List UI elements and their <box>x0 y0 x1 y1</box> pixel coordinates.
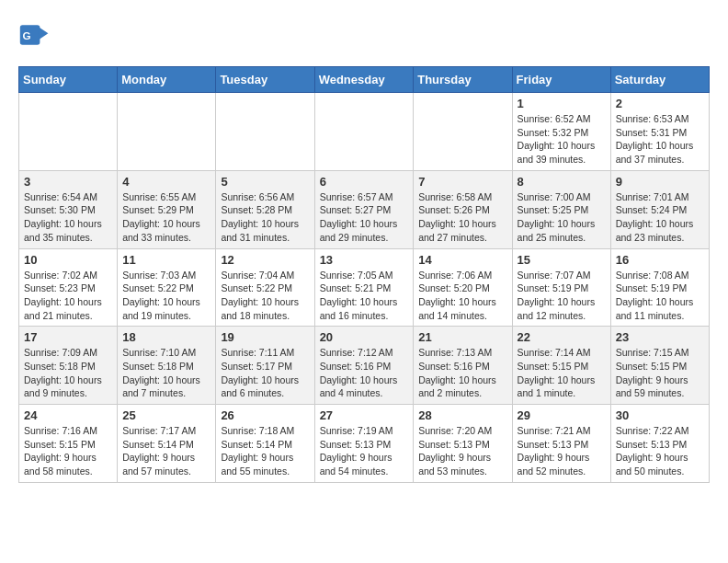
calendar-cell: 10Sunrise: 7:02 AM Sunset: 5:23 PM Dayli… <box>19 248 118 327</box>
week-row-3: 10Sunrise: 7:02 AM Sunset: 5:23 PM Dayli… <box>19 248 710 327</box>
calendar-cell: 13Sunrise: 7:05 AM Sunset: 5:21 PM Dayli… <box>314 248 414 327</box>
header-sunday: Sunday <box>19 67 118 93</box>
calendar-cell: 7Sunrise: 6:58 AM Sunset: 5:26 PM Daylig… <box>414 170 512 248</box>
day-info: Sunrise: 7:08 AM Sunset: 5:19 PM Dayligh… <box>616 269 704 323</box>
day-number: 1 <box>518 97 606 110</box>
day-number: 22 <box>518 330 606 344</box>
day-number: 14 <box>418 253 506 267</box>
day-info: Sunrise: 7:07 AM Sunset: 5:19 PM Dayligh… <box>518 269 606 323</box>
week-row-1: 1Sunrise: 6:52 AM Sunset: 5:32 PM Daylig… <box>19 93 710 171</box>
day-number: 29 <box>518 408 606 422</box>
header-monday: Monday <box>118 67 216 93</box>
day-info: Sunrise: 7:18 AM Sunset: 5:14 PM Dayligh… <box>221 424 309 478</box>
day-info: Sunrise: 7:03 AM Sunset: 5:22 PM Dayligh… <box>122 269 210 323</box>
day-number: 8 <box>518 175 606 189</box>
page-header: G <box>18 18 710 52</box>
day-number: 18 <box>122 330 210 344</box>
day-number: 13 <box>320 253 409 267</box>
day-number: 26 <box>221 408 309 422</box>
calendar-cell: 23Sunrise: 7:15 AM Sunset: 5:15 PM Dayli… <box>610 327 709 405</box>
day-info: Sunrise: 7:09 AM Sunset: 5:18 PM Dayligh… <box>24 346 112 400</box>
calendar-cell <box>414 93 512 171</box>
calendar-cell: 25Sunrise: 7:17 AM Sunset: 5:14 PM Dayli… <box>118 405 216 483</box>
day-info: Sunrise: 7:04 AM Sunset: 5:22 PM Dayligh… <box>221 269 309 323</box>
calendar-cell: 14Sunrise: 7:06 AM Sunset: 5:20 PM Dayli… <box>414 248 512 327</box>
calendar-cell: 1Sunrise: 6:52 AM Sunset: 5:32 PM Daylig… <box>512 93 610 171</box>
calendar-cell: 16Sunrise: 7:08 AM Sunset: 5:19 PM Dayli… <box>610 248 709 327</box>
calendar-cell: 24Sunrise: 7:16 AM Sunset: 5:15 PM Dayli… <box>19 405 118 483</box>
calendar-cell: 27Sunrise: 7:19 AM Sunset: 5:13 PM Dayli… <box>314 405 414 483</box>
day-number: 21 <box>418 330 506 344</box>
day-info: Sunrise: 7:11 AM Sunset: 5:17 PM Dayligh… <box>221 346 309 400</box>
calendar-cell: 8Sunrise: 7:00 AM Sunset: 5:25 PM Daylig… <box>512 170 610 248</box>
day-info: Sunrise: 6:54 AM Sunset: 5:30 PM Dayligh… <box>24 190 112 245</box>
day-info: Sunrise: 6:56 AM Sunset: 5:28 PM Dayligh… <box>221 190 309 245</box>
day-number: 28 <box>418 408 506 422</box>
day-info: Sunrise: 7:06 AM Sunset: 5:20 PM Dayligh… <box>418 269 506 323</box>
calendar-cell: 11Sunrise: 7:03 AM Sunset: 5:22 PM Dayli… <box>118 248 216 327</box>
day-number: 6 <box>320 175 409 189</box>
day-number: 24 <box>24 408 112 422</box>
calendar-cell: 5Sunrise: 6:56 AM Sunset: 5:28 PM Daylig… <box>216 170 314 248</box>
day-info: Sunrise: 6:58 AM Sunset: 5:26 PM Dayligh… <box>418 190 506 245</box>
svg-marker-1 <box>39 27 49 40</box>
calendar-cell: 19Sunrise: 7:11 AM Sunset: 5:17 PM Dayli… <box>216 327 314 405</box>
calendar-cell <box>118 93 216 171</box>
week-row-2: 3Sunrise: 6:54 AM Sunset: 5:30 PM Daylig… <box>19 170 710 248</box>
svg-text:G: G <box>23 29 31 41</box>
calendar-header: SundayMondayTuesdayWednesdayThursdayFrid… <box>19 67 710 93</box>
day-info: Sunrise: 6:57 AM Sunset: 5:27 PM Dayligh… <box>320 190 409 245</box>
day-info: Sunrise: 7:14 AM Sunset: 5:15 PM Dayligh… <box>518 346 606 400</box>
day-number: 17 <box>24 330 112 344</box>
calendar-cell: 21Sunrise: 7:13 AM Sunset: 5:16 PM Dayli… <box>414 327 512 405</box>
calendar-cell: 26Sunrise: 7:18 AM Sunset: 5:14 PM Dayli… <box>216 405 314 483</box>
calendar-cell <box>19 93 118 171</box>
day-info: Sunrise: 7:12 AM Sunset: 5:16 PM Dayligh… <box>320 346 409 400</box>
week-row-4: 17Sunrise: 7:09 AM Sunset: 5:18 PM Dayli… <box>19 327 710 405</box>
day-number: 19 <box>221 330 309 344</box>
calendar-cell: 28Sunrise: 7:20 AM Sunset: 5:13 PM Dayli… <box>414 405 512 483</box>
calendar-cell: 15Sunrise: 7:07 AM Sunset: 5:19 PM Dayli… <box>512 248 610 327</box>
header-row: SundayMondayTuesdayWednesdayThursdayFrid… <box>19 67 710 93</box>
day-number: 16 <box>616 253 704 267</box>
calendar-cell: 29Sunrise: 7:21 AM Sunset: 5:13 PM Dayli… <box>512 405 610 483</box>
day-info: Sunrise: 7:22 AM Sunset: 5:13 PM Dayligh… <box>616 424 704 478</box>
header-saturday: Saturday <box>610 67 709 93</box>
day-info: Sunrise: 7:21 AM Sunset: 5:13 PM Dayligh… <box>518 424 606 478</box>
calendar-table: SundayMondayTuesdayWednesdayThursdayFrid… <box>18 66 710 483</box>
day-info: Sunrise: 6:52 AM Sunset: 5:32 PM Dayligh… <box>518 112 606 167</box>
calendar-cell <box>314 93 414 171</box>
day-info: Sunrise: 7:01 AM Sunset: 5:24 PM Dayligh… <box>616 190 704 245</box>
header-wednesday: Wednesday <box>314 67 414 93</box>
calendar-cell: 4Sunrise: 6:55 AM Sunset: 5:29 PM Daylig… <box>118 170 216 248</box>
day-info: Sunrise: 6:53 AM Sunset: 5:31 PM Dayligh… <box>616 112 704 167</box>
day-info: Sunrise: 7:15 AM Sunset: 5:15 PM Dayligh… <box>616 346 704 400</box>
day-info: Sunrise: 7:00 AM Sunset: 5:25 PM Dayligh… <box>518 190 606 245</box>
day-number: 23 <box>616 330 704 344</box>
day-number: 2 <box>616 97 704 110</box>
calendar-cell: 9Sunrise: 7:01 AM Sunset: 5:24 PM Daylig… <box>610 170 709 248</box>
day-info: Sunrise: 7:19 AM Sunset: 5:13 PM Dayligh… <box>320 424 409 478</box>
day-info: Sunrise: 7:16 AM Sunset: 5:15 PM Dayligh… <box>24 424 112 478</box>
day-info: Sunrise: 7:13 AM Sunset: 5:16 PM Dayligh… <box>418 346 506 400</box>
day-info: Sunrise: 7:20 AM Sunset: 5:13 PM Dayligh… <box>418 424 506 478</box>
calendar-cell: 18Sunrise: 7:10 AM Sunset: 5:18 PM Dayli… <box>118 327 216 405</box>
calendar-cell: 3Sunrise: 6:54 AM Sunset: 5:30 PM Daylig… <box>19 170 118 248</box>
day-info: Sunrise: 7:10 AM Sunset: 5:18 PM Dayligh… <box>122 346 210 400</box>
day-number: 20 <box>320 330 409 344</box>
day-number: 12 <box>221 253 309 267</box>
day-number: 11 <box>122 253 210 267</box>
day-number: 4 <box>122 175 210 189</box>
day-info: Sunrise: 7:17 AM Sunset: 5:14 PM Dayligh… <box>122 424 210 478</box>
day-number: 10 <box>24 253 112 267</box>
calendar-cell: 30Sunrise: 7:22 AM Sunset: 5:13 PM Dayli… <box>610 405 709 483</box>
day-info: Sunrise: 7:02 AM Sunset: 5:23 PM Dayligh… <box>24 269 112 323</box>
day-info: Sunrise: 6:55 AM Sunset: 5:29 PM Dayligh… <box>122 190 210 245</box>
header-tuesday: Tuesday <box>216 67 314 93</box>
calendar-cell: 17Sunrise: 7:09 AM Sunset: 5:18 PM Dayli… <box>19 327 118 405</box>
calendar-cell: 2Sunrise: 6:53 AM Sunset: 5:31 PM Daylig… <box>610 93 709 171</box>
logo: G <box>18 18 55 52</box>
day-number: 25 <box>122 408 210 422</box>
calendar-body: 1Sunrise: 6:52 AM Sunset: 5:32 PM Daylig… <box>19 93 710 483</box>
day-info: Sunrise: 7:05 AM Sunset: 5:21 PM Dayligh… <box>320 269 409 323</box>
